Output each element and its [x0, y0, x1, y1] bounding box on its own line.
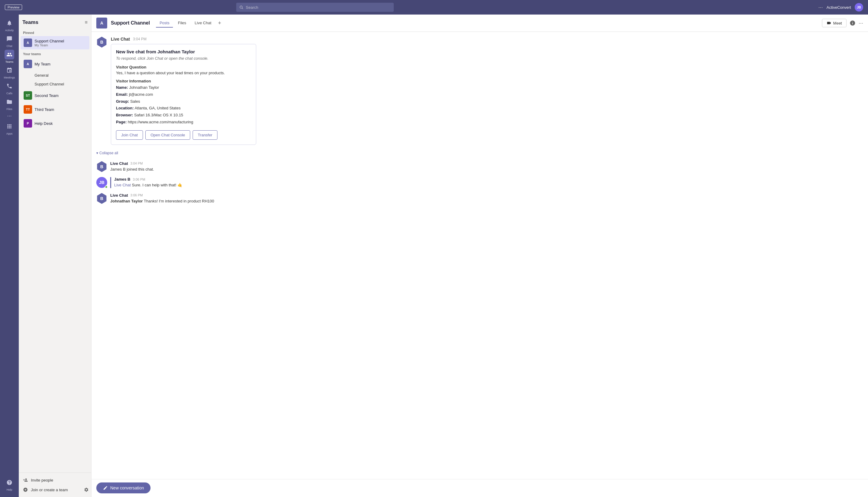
my-team-avatar: A	[24, 60, 32, 68]
calendar-icon	[6, 67, 12, 73]
collapse-chevron: ▾	[96, 151, 98, 155]
msg3-header: Live Chat 3:06 PM	[110, 193, 863, 198]
msg2-avatar: JB	[96, 177, 107, 188]
compose-icon	[103, 485, 108, 490]
nav-item-activity[interactable]: Activity	[1, 17, 17, 33]
info-icon[interactable]	[850, 20, 856, 26]
svg-line-1	[242, 8, 243, 9]
table-row: B Live Chat 3:06 PM Johnathan Taylor Tha…	[96, 193, 863, 204]
nav-item-teams[interactable]: Teams	[1, 48, 17, 64]
preview-badge: Preview	[5, 4, 22, 10]
msg1-time: 3:04 PM	[131, 161, 143, 165]
nav-label-chat: Chat	[6, 45, 12, 47]
msg2-text-body: Sure. I can help with that! 🤙	[131, 183, 182, 187]
add-tab-icon[interactable]: +	[216, 19, 223, 27]
sidebar-channel-support[interactable]: Support Channel	[20, 80, 89, 88]
visitor-question-label: Visitor Question	[116, 65, 251, 69]
nav-item-chat[interactable]: Chat	[1, 33, 17, 48]
sidebar-pinned-support-channel[interactable]: A Support Channel My Team	[20, 36, 89, 49]
live-chat-avatar: B	[96, 37, 107, 47]
content-area: A Support Channel Posts Files Live Chat …	[91, 15, 868, 497]
invite-people-item[interactable]: Invite people	[19, 475, 91, 485]
second-team-avatar: ST	[24, 91, 32, 100]
pinned-item-sub: My Team	[34, 43, 86, 47]
bell-icon	[6, 20, 12, 26]
topbar-right: ··· ActiveConvert JB	[818, 3, 863, 12]
topbar-more-icon[interactable]: ···	[818, 4, 823, 11]
your-teams-label: Your teams	[19, 50, 91, 57]
msg2-sender: James B	[114, 177, 130, 182]
nav-item-calls[interactable]: Calls	[1, 80, 17, 96]
nav-item-apps[interactable]: Apps	[1, 120, 17, 136]
nav-item-files[interactable]: Files	[1, 96, 17, 112]
sidebar-header: Teams ≡	[19, 15, 91, 28]
live-chat-link[interactable]: Live Chat	[114, 183, 131, 187]
channel-name: Support Channel	[111, 20, 150, 26]
visitor-browser-value: Safari 16.3/Mac OS X 10.15	[134, 113, 183, 117]
visitor-email-row: Email: jt@acme.com	[116, 91, 251, 98]
collapse-all[interactable]: ▾ Collapse all	[96, 150, 863, 156]
msg3-online-dot	[105, 201, 108, 204]
sidebar-item-my-team[interactable]: A My Team ···	[20, 57, 89, 71]
sidebar-item-second-team[interactable]: ST Second Team ···	[20, 89, 89, 102]
msg3-avatar: B	[96, 193, 107, 204]
help-desk-name: Help Desk	[34, 121, 80, 126]
tab-posts[interactable]: Posts	[156, 19, 173, 28]
visitor-page-row: Page: https://www.acme.com/manufacturing	[116, 119, 251, 126]
open-chat-console-button[interactable]: Open Chat Console	[145, 130, 190, 140]
svg-point-0	[240, 6, 242, 9]
nav-more-dots[interactable]: ···	[7, 113, 12, 119]
sidebar-item-help-desk[interactable]: P Help Desk ···	[20, 117, 89, 130]
invite-icon	[23, 478, 28, 482]
nav-label-calls: Calls	[6, 92, 12, 95]
visitor-name-value: Johnathan Taylor	[129, 85, 159, 90]
collapse-all-label: Collapse all	[99, 151, 118, 155]
settings-icon[interactable]	[84, 487, 89, 492]
table-row: JB James B 3:06 PM Live Chat Sure. I can…	[96, 177, 863, 188]
filter-icon[interactable]: ≡	[85, 20, 88, 25]
tab-files[interactable]: Files	[174, 19, 190, 28]
nav-item-meetings[interactable]: Meetings	[1, 64, 17, 80]
live-chat-box-sub: To respond, click Join Chat or open the …	[116, 56, 251, 61]
msg1-online-dot	[105, 170, 108, 173]
tab-live-chat[interactable]: Live Chat	[191, 19, 215, 28]
msg3-content: Live Chat 3:06 PM Johnathan Taylor Thank…	[110, 193, 863, 204]
help-desk-text: Help Desk	[34, 121, 80, 126]
msg1-content: Live Chat 3:04 PM James B joined this ch…	[110, 161, 863, 172]
msg3-bold-prefix: Johnathan Taylor	[110, 199, 143, 203]
join-create-item[interactable]: Join or create a team	[23, 485, 72, 495]
channel-header: A Support Channel Posts Files Live Chat …	[91, 15, 868, 32]
nav-item-help[interactable]: Help	[1, 477, 17, 492]
sidebar-title: Teams	[23, 19, 39, 26]
sidebar-channel-general[interactable]: General	[20, 71, 89, 80]
msg2-content: James B 3:06 PM Live Chat Sure. I can he…	[114, 177, 863, 188]
invite-people-label: Invite people	[31, 478, 53, 482]
third-team-name: Third Team	[34, 107, 80, 112]
msg2-bar	[110, 177, 111, 188]
search-input[interactable]	[246, 5, 391, 10]
meet-button[interactable]: Meet	[822, 19, 847, 27]
msg3-text: Johnathan Taylor Thanks! I'm interested …	[110, 198, 863, 204]
join-chat-button[interactable]: Join Chat	[116, 130, 143, 140]
new-conversation-button[interactable]: New conversation	[96, 482, 150, 493]
search-bar[interactable]	[236, 3, 394, 12]
msg2-time: 3:06 PM	[133, 178, 145, 181]
chat-icon	[6, 36, 12, 42]
visitor-location-row: Location: Atlanta, GA, United States	[116, 105, 251, 112]
online-indicator	[105, 45, 108, 48]
user-avatar[interactable]: JB	[855, 3, 863, 12]
sidebar-bottom: Invite people Join or create a team	[19, 472, 91, 497]
header-more-icon[interactable]: ···	[858, 20, 863, 26]
transfer-button[interactable]: Transfer	[193, 130, 218, 140]
table-row: B Live Chat 3:04 PM James B joined this …	[96, 161, 863, 172]
visitor-page-label: Page:	[116, 120, 127, 124]
msg2-header: James B 3:06 PM	[114, 177, 863, 182]
nav-label-files: Files	[6, 108, 12, 111]
sidebar: Teams ≡ Pinned A Support Channel My Team…	[19, 15, 91, 497]
visitor-location-value: Atlanta, GA, United States	[134, 106, 180, 110]
msg3-time: 3:06 PM	[131, 193, 143, 197]
msg1-avatar: B	[96, 161, 107, 172]
sidebar-item-third-team[interactable]: TT Third Team ···	[20, 103, 89, 116]
visitor-email-value: jt@acme.com	[129, 92, 153, 97]
pinned-item-text: Support Channel My Team	[34, 39, 86, 47]
